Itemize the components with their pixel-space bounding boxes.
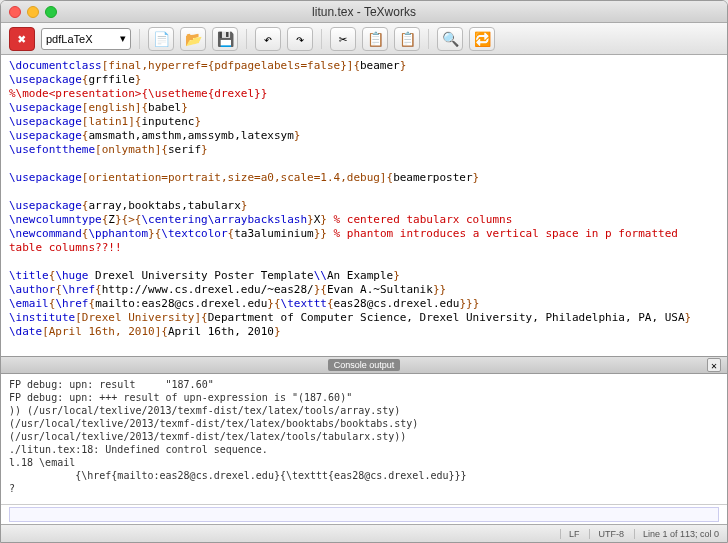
- code-line[interactable]: [9, 255, 719, 269]
- console-close-button[interactable]: ✕: [707, 358, 721, 372]
- console-line: FP debug: upn: result "187.60": [9, 378, 719, 391]
- app-window: litun.tex - TeXworks ✖ pdfLaTeX ▾ 📄 📂 💾 …: [0, 0, 728, 543]
- open-file-button[interactable]: 📂: [180, 27, 206, 51]
- code-line[interactable]: \usepackage[english]{babel}: [9, 101, 719, 115]
- code-line[interactable]: \title{\huge Drexel University Poster Te…: [9, 269, 719, 283]
- toolbar: ✖ pdfLaTeX ▾ 📄 📂 💾 ↶ ↷ ✂ 📋 📋 🔍 🔁: [1, 23, 727, 55]
- replace-button[interactable]: 🔁: [469, 27, 495, 51]
- toolbar-separator: [139, 29, 140, 49]
- redo-button[interactable]: ↷: [287, 27, 313, 51]
- console-input-bar: [1, 504, 727, 524]
- code-line[interactable]: \author{\href{http://www.cs.drexel.edu/~…: [9, 283, 719, 297]
- engine-dropdown[interactable]: pdfLaTeX ▾: [41, 28, 131, 50]
- code-line[interactable]: \usepackage[orientation=portrait,size=a0…: [9, 171, 719, 185]
- code-line[interactable]: table columns??!!: [9, 241, 719, 255]
- console-line: )) (/usr/local/texlive/2013/texmf-dist/t…: [9, 404, 719, 417]
- console-line: FP debug: upn: +++ result of upn-express…: [9, 391, 719, 404]
- chevron-down-icon: ▾: [120, 32, 126, 45]
- cut-button[interactable]: ✂: [330, 27, 356, 51]
- toolbar-separator: [246, 29, 247, 49]
- code-line[interactable]: \documentclass[final,hyperref={pdfpagela…: [9, 59, 719, 73]
- save-file-button[interactable]: 💾: [212, 27, 238, 51]
- status-bar: LF UTF-8 Line 1 of 113; col 0: [1, 524, 727, 542]
- code-line[interactable]: \newcolumntype{Z}{>{\centering\arrayback…: [9, 213, 719, 227]
- code-editor[interactable]: \documentclass[final,hyperref={pdfpagela…: [1, 55, 727, 356]
- minimize-window-button[interactable]: [27, 6, 39, 18]
- close-window-button[interactable]: [9, 6, 21, 18]
- code-line[interactable]: [9, 185, 719, 199]
- zoom-window-button[interactable]: [45, 6, 57, 18]
- console-line: {\href{mailto:eas28@cs.drexel.edu}{\text…: [9, 469, 719, 482]
- console-input[interactable]: [9, 507, 719, 522]
- new-file-button[interactable]: 📄: [148, 27, 174, 51]
- encoding-indicator[interactable]: UTF-8: [589, 529, 624, 539]
- window-title: litun.tex - TeXworks: [312, 5, 416, 19]
- code-line[interactable]: \institute[Drexel University]{Department…: [9, 311, 719, 325]
- code-line[interactable]: [9, 157, 719, 171]
- toolbar-separator: [321, 29, 322, 49]
- console-output[interactable]: FP debug: upn: result "187.60"FP debug: …: [1, 374, 727, 504]
- cursor-position: Line 1 of 113; col 0: [634, 529, 719, 539]
- titlebar[interactable]: litun.tex - TeXworks: [1, 1, 727, 23]
- line-ending-indicator[interactable]: LF: [560, 529, 580, 539]
- toolbar-separator: [428, 29, 429, 49]
- code-line[interactable]: \usepackage{amsmath,amsthm,amssymb,latex…: [9, 129, 719, 143]
- console-splitter[interactable]: Console output ✕: [1, 356, 727, 374]
- code-line[interactable]: \date[April 16th, 2010]{April 16th, 2010…: [9, 325, 719, 339]
- console-line: l.18 \email: [9, 456, 719, 469]
- typeset-stop-button[interactable]: ✖: [9, 27, 35, 51]
- code-line[interactable]: \usepackage{array,booktabs,tabularx}: [9, 199, 719, 213]
- console-label: Console output: [328, 359, 401, 371]
- code-line[interactable]: \usepackage[latin1]{inputenc}: [9, 115, 719, 129]
- copy-button[interactable]: 📋: [362, 27, 388, 51]
- console-line: (/usr/local/texlive/2013/texmf-dist/tex/…: [9, 430, 719, 443]
- undo-button[interactable]: ↶: [255, 27, 281, 51]
- engine-dropdown-value: pdfLaTeX: [46, 33, 92, 45]
- console-line: ?: [9, 482, 719, 495]
- console-line: (/usr/local/texlive/2013/texmf-dist/tex/…: [9, 417, 719, 430]
- code-line[interactable]: %\mode<presentation>{\usetheme{drexel}}: [9, 87, 719, 101]
- code-line[interactable]: \email{\href{mailto:eas28@cs.drexel.edu}…: [9, 297, 719, 311]
- code-line[interactable]: \usefonttheme[onlymath]{serif}: [9, 143, 719, 157]
- search-button[interactable]: 🔍: [437, 27, 463, 51]
- traffic-lights: [9, 6, 57, 18]
- code-line[interactable]: \newcommand{\pphantom}{\textcolor{ta3alu…: [9, 227, 719, 241]
- code-line[interactable]: \usepackage{grffile}: [9, 73, 719, 87]
- paste-button[interactable]: 📋: [394, 27, 420, 51]
- console-line: ./litun.tex:18: Undefined control sequen…: [9, 443, 719, 456]
